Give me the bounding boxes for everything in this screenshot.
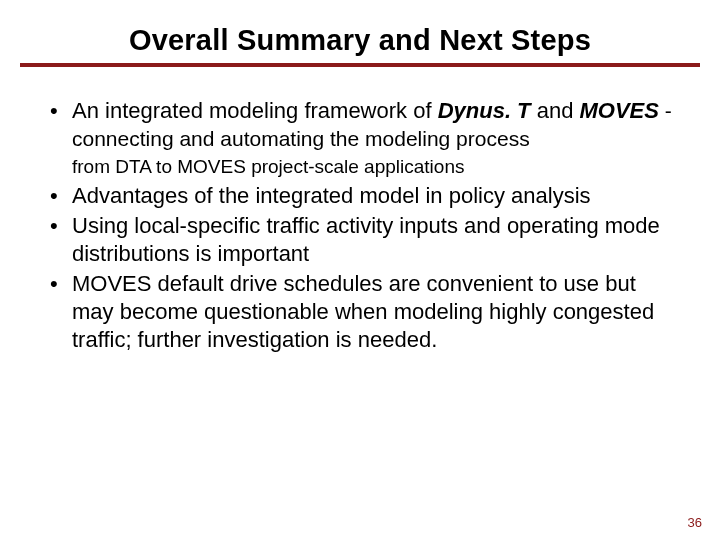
bullet-2: Advantages of the integrated model in po… [48,182,680,210]
bullet-1: An integrated modeling framework of Dynu… [48,97,680,180]
bullet-1-bolditalic-2: MOVES [579,98,658,123]
bullet-1-text-pre: An integrated modeling framework of [72,98,438,123]
slide: Overall Summary and Next Steps An integr… [0,0,720,540]
page-title: Overall Summary and Next Steps [20,24,700,57]
title-underline [20,63,700,67]
bullet-2-text: Advantages of the integrated model in po… [72,183,591,208]
bullet-1-text-mid: and [531,98,580,123]
bullet-list: An integrated modeling framework of Dynu… [48,97,680,355]
bullet-1-bolditalic-1: Dynus. T [438,98,531,123]
bullet-3-text: Using local-specific traffic activity in… [72,213,660,266]
bullet-4-text: MOVES default drive schedules are conven… [72,271,654,352]
bullet-4: MOVES default drive schedules are conven… [48,270,680,354]
title-block: Overall Summary and Next Steps [20,16,700,73]
page-number: 36 [688,515,702,530]
bullet-1-sub2: from DTA to MOVES project-scale applicat… [72,153,680,179]
bullet-3: Using local-specific traffic activity in… [48,212,680,268]
content-area: An integrated modeling framework of Dynu… [20,73,700,355]
